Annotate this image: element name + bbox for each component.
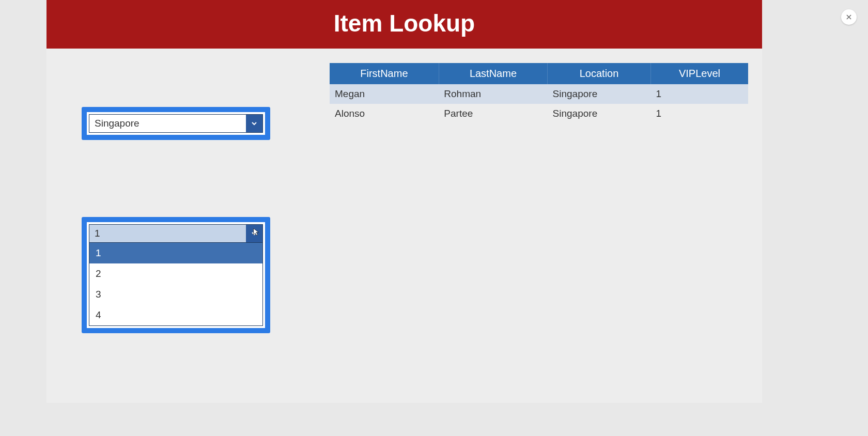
cell-viplevel: 1 — [650, 104, 748, 123]
page-title: Item Lookup — [47, 0, 762, 49]
results-table: FirstName LastName Location VIPLevel Meg… — [330, 63, 748, 123]
viplevel-option-2[interactable]: 2 — [89, 263, 262, 284]
location-dropdown-box[interactable]: Singapore — [89, 114, 263, 133]
chevron-down-icon[interactable] — [246, 225, 262, 242]
cell-location: Singapore — [548, 104, 651, 123]
location-dropdown-inner: Singapore — [87, 112, 265, 135]
close-icon — [845, 13, 853, 21]
location-dropdown-value: Singapore — [89, 115, 246, 132]
viplevel-dropdown-inner: 1 1 2 3 4 — [87, 222, 265, 328]
viplevel-option-1[interactable]: 1 — [89, 243, 262, 263]
col-lastname[interactable]: LastName — [439, 63, 547, 84]
viplevel-option-3[interactable]: 3 — [89, 284, 262, 305]
cell-lastname: Partee — [439, 104, 547, 123]
col-viplevel[interactable]: VIPLevel — [650, 63, 748, 84]
chevron-down-icon[interactable] — [246, 115, 262, 132]
close-button[interactable] — [841, 9, 857, 25]
table-header-row: FirstName LastName Location VIPLevel — [330, 63, 748, 84]
cell-location: Singapore — [548, 84, 651, 104]
viplevel-dropdown-list: 1 2 3 4 — [89, 243, 263, 326]
cell-firstname: Megan — [330, 84, 439, 104]
viplevel-dropdown[interactable]: 1 1 2 3 4 — [82, 217, 270, 333]
table-row[interactable]: Megan Rohman Singapore 1 — [330, 84, 748, 104]
viplevel-option-4[interactable]: 4 — [89, 305, 262, 325]
cell-firstname: Alonso — [330, 104, 439, 123]
col-firstname[interactable]: FirstName — [330, 63, 439, 84]
app-window: Item Lookup Singapore 1 — [47, 0, 762, 403]
cell-lastname: Rohman — [439, 84, 547, 104]
cell-viplevel: 1 — [650, 84, 748, 104]
viplevel-dropdown-value: 1 — [89, 225, 246, 242]
viplevel-dropdown-box[interactable]: 1 — [89, 224, 263, 243]
col-location[interactable]: Location — [548, 63, 651, 84]
table-row[interactable]: Alonso Partee Singapore 1 — [330, 104, 748, 123]
location-dropdown[interactable]: Singapore — [82, 107, 270, 140]
